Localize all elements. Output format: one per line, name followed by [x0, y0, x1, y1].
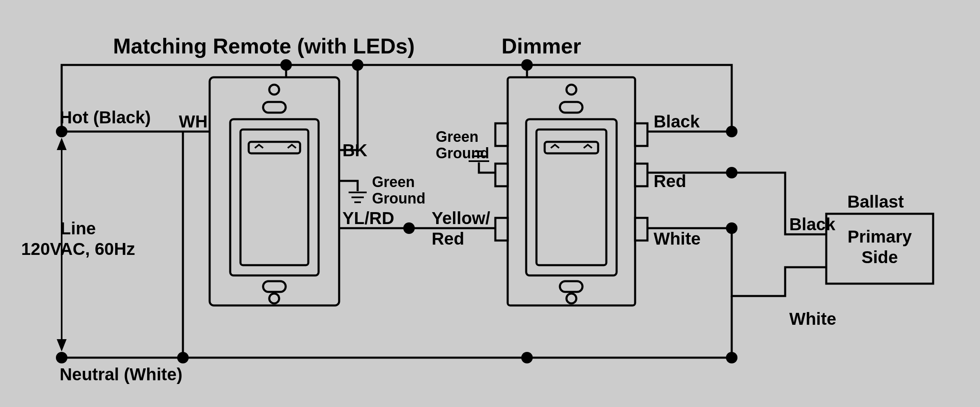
svg-marker-1: [57, 138, 67, 150]
label-ballast-black: Black: [789, 215, 836, 234]
device-matching-remote: [210, 77, 367, 305]
svg-rect-15: [495, 123, 508, 146]
label-line-1: Line: [60, 219, 96, 238]
label-dimmer-yr-1: Yellow/: [432, 208, 490, 228]
node-ylrd: [403, 222, 415, 234]
svg-rect-6: [263, 281, 286, 292]
label-dimmer-ground-1: Green: [436, 128, 478, 145]
svg-rect-22: [560, 102, 582, 113]
label-line-2: 120VAC, 60Hz: [21, 239, 135, 259]
label-dimmer-red: Red: [654, 171, 686, 191]
node-remote-wh-neutral: [177, 352, 189, 363]
label-remote-wh: WH: [179, 112, 208, 131]
label-dimmer-black: Black: [654, 112, 700, 131]
wire-remote-bk-tap: [339, 65, 358, 150]
label-remote-ground-1: Green: [372, 173, 415, 190]
label-ballast-white: White: [789, 309, 836, 328]
label-dimmer-white: White: [654, 229, 700, 248]
label-remote-ylrd: YL/RD: [342, 208, 394, 228]
labels: Matching Remote (with LEDs) Dimmer Hot (…: [21, 34, 912, 384]
title-dimmer: Dimmer: [502, 34, 581, 58]
label-dimmer-yr-2: Red: [432, 229, 464, 248]
svg-rect-19: [635, 164, 647, 186]
svg-rect-16: [495, 164, 508, 186]
label-remote-bk: BK: [342, 141, 368, 160]
svg-marker-2: [57, 339, 67, 352]
device-dimmer: [469, 77, 647, 305]
node-dimmer-neutral: [521, 352, 533, 363]
label-ballast-box-2: Side: [862, 247, 898, 267]
svg-rect-5: [263, 102, 286, 113]
svg-rect-18: [635, 123, 647, 146]
ground-symbol-remote: [349, 192, 367, 202]
svg-rect-20: [635, 218, 647, 240]
label-ballast-box-1: Primary: [848, 227, 912, 246]
wire-white-to-ballast-white: [732, 228, 826, 296]
svg-rect-27: [545, 142, 598, 153]
label-remote-ground-2: Ground: [372, 190, 425, 207]
svg-rect-17: [495, 218, 508, 240]
svg-rect-23: [560, 281, 582, 292]
wire-top-to-dimmer: [286, 65, 527, 77]
node-remote-bk-top: [352, 59, 363, 71]
label-ballast-title: Ballast: [847, 192, 904, 211]
wiring-diagram: Matching Remote (with LEDs) Dimmer Hot (…: [0, 0, 980, 407]
label-dimmer-ground-2: Ground: [436, 145, 489, 162]
label-hot: Hot (Black): [60, 108, 151, 127]
label-neutral: Neutral (White): [60, 365, 183, 384]
title-remote: Matching Remote (with LEDs): [113, 34, 415, 58]
